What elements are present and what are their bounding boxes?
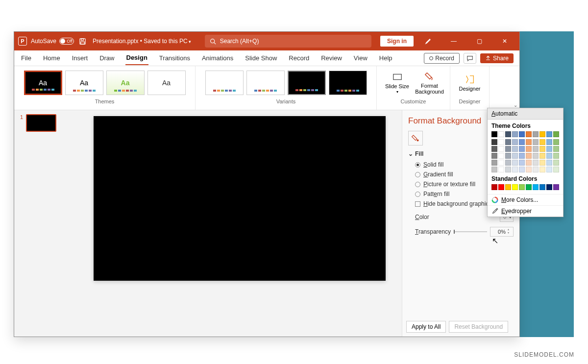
svg-line-4 bbox=[214, 42, 216, 44]
svg-rect-1 bbox=[81, 38, 83, 40]
panel-footer: Apply to All Reset Background bbox=[406, 321, 515, 333]
autosave-toggle[interactable]: AutoSave Off bbox=[31, 38, 74, 45]
pen-icon[interactable] bbox=[417, 32, 439, 50]
slide-thumb-1[interactable]: 1 bbox=[20, 114, 71, 132]
tab-transitions[interactable]: Transitions bbox=[158, 51, 191, 65]
tab-insert[interactable]: Insert bbox=[71, 51, 89, 65]
designer-group: Designer Designer bbox=[450, 66, 490, 110]
standard-colors-label: Standard Colors bbox=[491, 175, 559, 182]
customize-label: Customize bbox=[401, 98, 426, 104]
theme-3[interactable]: Aa bbox=[106, 71, 145, 95]
tab-animations[interactable]: Animations bbox=[201, 51, 234, 65]
eyedropper[interactable]: Eyedropper bbox=[488, 205, 563, 217]
svg-rect-5 bbox=[393, 74, 401, 79]
maximize-button[interactable]: ▢ bbox=[468, 32, 490, 50]
filename[interactable]: Presentation.pptx • Saved to this PC▾ bbox=[93, 38, 191, 45]
variant-4[interactable] bbox=[329, 71, 367, 95]
more-colors[interactable]: More Colors... bbox=[488, 194, 563, 205]
variant-3[interactable] bbox=[288, 71, 326, 95]
signin-button[interactable]: Sign in bbox=[380, 36, 414, 47]
themes-group: Aa Aa Aa Aa Themes bbox=[14, 66, 196, 110]
tab-slide-show[interactable]: Slide Show bbox=[244, 51, 278, 65]
customize-group: Slide Size▾ Format Background Customize bbox=[377, 66, 450, 110]
toggle-switch[interactable]: Off bbox=[59, 38, 74, 45]
close-button[interactable]: ✕ bbox=[494, 32, 515, 50]
work-area: 1 Format Background ⌄Fill Solid fill Gra… bbox=[14, 110, 519, 337]
title-bar: P AutoSave Off Presentation.pptx • Saved… bbox=[14, 32, 519, 50]
themes-label: Themes bbox=[95, 98, 115, 104]
theme-colors-label: Theme Colors bbox=[491, 122, 559, 129]
slide-size-button[interactable]: Slide Size▾ bbox=[383, 72, 412, 95]
designer-label: Designer bbox=[459, 98, 480, 104]
slide-canvas[interactable] bbox=[94, 116, 386, 281]
svg-point-6 bbox=[417, 140, 418, 141]
powerpoint-window: P AutoSave Off Presentation.pptx • Saved… bbox=[14, 31, 520, 337]
transparency-input[interactable]: 0%▴▾ bbox=[490, 227, 514, 237]
ribbon: Aa Aa Aa Aa Themes Variants Slide Size▾ bbox=[14, 66, 519, 110]
theme-1[interactable]: Aa bbox=[24, 71, 62, 95]
theme-color-grid[interactable] bbox=[491, 131, 559, 137]
tab-home[interactable]: Home bbox=[42, 51, 61, 65]
tab-review[interactable]: Review bbox=[320, 51, 343, 65]
designer-button[interactable]: Designer bbox=[455, 74, 485, 92]
transparency-row: Transparency 0%▴▾ bbox=[408, 227, 514, 237]
search-placeholder: Search (Alt+Q) bbox=[220, 38, 259, 45]
powerpoint-icon: P bbox=[18, 37, 27, 46]
theme-shade-grid[interactable] bbox=[491, 139, 559, 172]
search-box[interactable]: Search (Alt+Q) bbox=[205, 35, 371, 48]
transparency-slider[interactable] bbox=[454, 231, 487, 232]
brand-watermark: SLIDEMODEL.COM bbox=[514, 351, 574, 358]
share-button[interactable]: Share bbox=[480, 53, 514, 63]
slide-thumb-preview bbox=[26, 114, 56, 132]
color-picker-popup: Automatic Theme Colors Standard Colors M… bbox=[487, 108, 564, 217]
svg-rect-2 bbox=[80, 42, 84, 44]
variants-group: Variants bbox=[196, 66, 377, 110]
comments-button[interactable] bbox=[464, 53, 476, 64]
theme-2[interactable]: Aa bbox=[65, 71, 103, 95]
apply-to-all-button[interactable]: Apply to All bbox=[406, 321, 446, 333]
automatic-color[interactable]: Automatic bbox=[488, 108, 563, 120]
fill-tab-icon[interactable] bbox=[408, 131, 423, 146]
theme-4[interactable]: Aa bbox=[147, 71, 186, 95]
save-icon[interactable] bbox=[78, 37, 87, 46]
minimize-button[interactable]: — bbox=[443, 32, 465, 50]
svg-point-3 bbox=[210, 39, 214, 43]
menu-bar: File Home Insert Draw Design Transitions… bbox=[14, 50, 519, 66]
variants-label: Variants bbox=[276, 98, 296, 104]
variant-2[interactable] bbox=[246, 71, 285, 95]
slide-number: 1 bbox=[20, 114, 23, 120]
tab-file[interactable]: File bbox=[20, 51, 32, 65]
variant-1[interactable] bbox=[205, 71, 244, 95]
ribbon-collapse-icon[interactable]: ⌄ bbox=[514, 102, 517, 108]
tab-draw[interactable]: Draw bbox=[98, 51, 115, 65]
svg-point-8 bbox=[496, 208, 498, 210]
reset-background-button[interactable]: Reset Background bbox=[449, 321, 508, 333]
tab-help[interactable]: Help bbox=[378, 51, 393, 65]
standard-color-grid[interactable] bbox=[491, 184, 559, 190]
autosave-label: AutoSave bbox=[31, 38, 56, 45]
tab-design[interactable]: Design bbox=[125, 51, 148, 65]
record-button[interactable]: Record bbox=[424, 53, 460, 64]
slide-canvas-area bbox=[77, 110, 402, 337]
tab-record[interactable]: Record bbox=[288, 51, 310, 65]
format-background-button[interactable]: Format Background bbox=[415, 71, 444, 95]
tab-view[interactable]: View bbox=[353, 51, 368, 65]
slide-thumbnails: 1 bbox=[14, 110, 77, 337]
